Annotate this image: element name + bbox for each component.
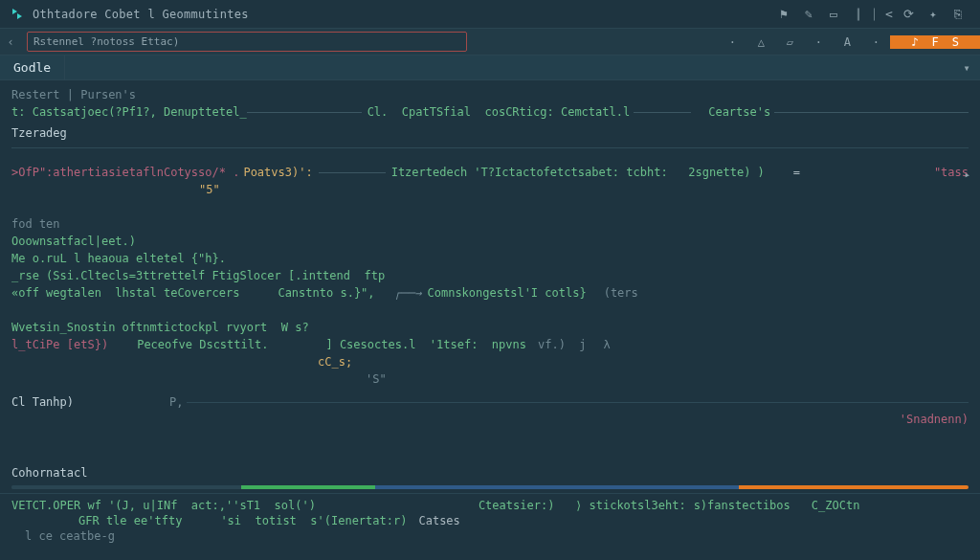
- refresh-icon[interactable]: ⟳: [896, 5, 921, 24]
- meta-line-1: Restert | Pursen's: [11, 86, 136, 103]
- b3-a: Wvetsin_Snostin oftnmtictockpl rvyort W …: [11, 319, 309, 336]
- mini-tool-1[interactable]: ·: [718, 29, 746, 55]
- output-panel: Tse., VETCT.OPER wf '(J, u|INf act:,''sT…: [0, 493, 980, 560]
- toolbar: ‹ Rstennel ?notoss Ettac) · △ ▱ · A · ♪ …: [0, 29, 980, 56]
- path-text: Rstennel ?notoss Ettac): [33, 35, 179, 48]
- progress-area: Cohornatacl: [0, 460, 980, 489]
- section-2-row: Cl Tanhp) P,: [11, 393, 969, 411]
- screen-icon[interactable]: ▭: [821, 5, 846, 24]
- progress-seg-blank: [11, 485, 241, 489]
- config-tab[interactable]: ♪ F S: [890, 35, 980, 49]
- config-tab-a: ♪: [911, 35, 918, 49]
- b2-d: «off wegtalen lhstal teCovercers: [11, 284, 239, 302]
- chevron-down-icon: ▾: [963, 61, 969, 75]
- progress-seg-green: [241, 485, 375, 489]
- meta-line-2: t: Castsatjoec(?Pf1?, Denupttetel_ Cl. C…: [11, 103, 969, 121]
- config-tab-c: S: [952, 35, 959, 49]
- out2-b: 'si totist s'(Ienertat:r): [220, 512, 407, 529]
- mini-tool-4[interactable]: ·: [804, 29, 833, 55]
- editor-body: ▸ Restert | Pursen's t: Castsatjoec(?Pf1…: [0, 80, 980, 560]
- out1-c: s)fanstectibos: [694, 497, 791, 514]
- b2-g: (ters: [604, 284, 638, 302]
- section-2-p: P,: [169, 393, 183, 411]
- config-tab-b: F: [932, 35, 939, 49]
- tab-code-label: Godle: [13, 60, 51, 75]
- b2-label: fod ten: [11, 215, 60, 233]
- b1-f: "5": [199, 181, 220, 198]
- meta2-c: Ceartse's: [708, 103, 770, 121]
- section-2-right: 'Snadnenn): [900, 411, 969, 428]
- b3-b: l_tCiPe [etS}): [11, 336, 108, 353]
- mini-tool-5[interactable]: ·: [861, 29, 890, 55]
- code-block-1: >OfP":athertiasietaflnCotysso/* . Poatvs…: [11, 164, 969, 181]
- b2-a: Ooownsatfacl|eet.): [11, 233, 136, 250]
- b3-d: ] Csesoctes.l '1tsef: npvns: [325, 336, 526, 353]
- progress-label: Cohornatacl: [11, 460, 969, 485]
- toolbar-right: · △ ▱ · A · ♪ F S: [718, 29, 980, 55]
- b3-x: λ: [604, 336, 611, 353]
- b1-c: Itzertedech 'T?Ictactofetctsabet: tcbht:…: [391, 164, 765, 181]
- out1-d: C_ZOCtn: [812, 497, 860, 514]
- progress-seg-blue: [375, 485, 739, 489]
- b2-b: Me o.ruL l heaoua eltetel {"h}.: [11, 250, 226, 267]
- progress-bar[interactable]: [11, 485, 969, 489]
- b3-f: 'S": [366, 370, 387, 388]
- pen-icon[interactable]: ✎: [796, 5, 821, 24]
- code-block-3-line-2: l_tCiPe [etS}) Peceofve Dscsttilt. ] Cse…: [11, 336, 969, 353]
- b1-b: Poatvs3)':: [243, 164, 312, 181]
- out-line-2: GFR tle ee'tfty 'si totist s'(Ienertat:r…: [11, 513, 969, 528]
- out3: l ce ceatbe-g: [25, 527, 115, 545]
- editor-tabs: Godle ▾: [0, 56, 980, 80]
- b3-v: vf.) j: [538, 336, 587, 353]
- back-icon[interactable]: ‹: [0, 29, 21, 55]
- collapse-button[interactable]: ▾: [953, 61, 980, 75]
- flag-icon[interactable]: ⚑: [771, 5, 796, 24]
- output-annotation: Tse.,: [935, 493, 967, 498]
- path-input[interactable]: Rstennel ?notoss Ettac): [27, 32, 467, 52]
- b2-e: Canstnto s.}",: [278, 284, 374, 302]
- save-icon[interactable]: ⎘: [946, 5, 970, 24]
- progress-seg-orange: [739, 485, 969, 489]
- letter-tool[interactable]: A: [833, 29, 861, 55]
- section-2-label: Cl Tanhp): [11, 393, 74, 411]
- b3-c: Peceofve Dscsttilt.: [137, 336, 268, 353]
- b2-c: _rse (Ssi.Cltecls=3ttrettelf FtigSlocer …: [11, 267, 385, 284]
- mini-tool-3[interactable]: ▱: [775, 29, 804, 55]
- out-line-1: VETCT.OPER wf '(J, u|INf act:,''sT1 sol(…: [11, 498, 969, 513]
- b1-d: =: [793, 164, 800, 181]
- out2-c: Catses: [418, 512, 459, 529]
- bars-left-icon[interactable]: ⎹⎸: [846, 5, 871, 24]
- b3-e: cC_s;: [318, 353, 352, 370]
- section-1-label: Tzeradeg: [11, 121, 969, 144]
- code-block-3-line-1: Wvetsin_Snostin oftnmtictockpl rvyort W …: [11, 319, 969, 336]
- wand-icon[interactable]: ✦: [921, 5, 946, 24]
- b2-line-d: «off wegtalen lhstal teCovercers Canstnt…: [11, 284, 969, 302]
- tab-code[interactable]: Godle: [0, 56, 65, 79]
- mini-tool-2[interactable]: △: [746, 29, 775, 55]
- out1-b: Cteatsier:) ⟩ stickotsl3eht:: [479, 497, 686, 514]
- meta2-b: Cl. CpatTSfial cosCRticg: Cemctatl.l: [368, 103, 631, 121]
- gutter-collapse-icon[interactable]: ▸: [964, 167, 970, 184]
- bars-right-icon[interactable]: ⎸<: [871, 5, 896, 24]
- meta2-a: t: Castsatjoec(?Pf1?, Denupttetel_: [11, 103, 247, 121]
- titlebar: Othtadore Cobet l Geommutintes ⚑ ✎ ▭ ⎹⎸ …: [0, 0, 980, 29]
- app-logo-icon: [10, 7, 25, 22]
- b2-f: Comnskongestsl'I cotls}: [427, 284, 586, 302]
- window-title: Othtadore Cobet l Geommutintes: [33, 8, 249, 21]
- b1-a: >OfP":athertiasietaflnCotysso/* .: [11, 164, 239, 181]
